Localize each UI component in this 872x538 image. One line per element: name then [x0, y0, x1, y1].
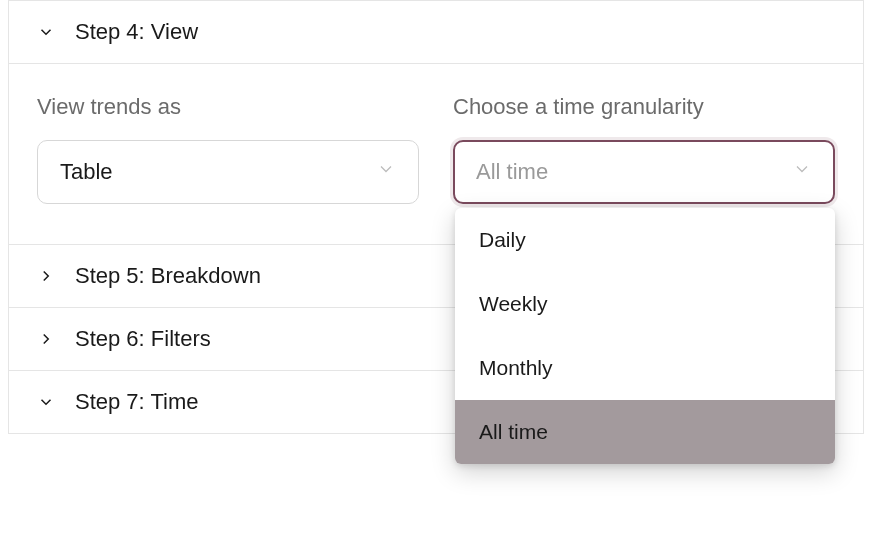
- view-trends-field: View trends as Table: [37, 94, 419, 204]
- granularity-placeholder: All time: [476, 159, 548, 185]
- chevron-right-icon: [37, 267, 55, 285]
- view-trends-value: Table: [60, 159, 113, 185]
- granularity-field: Choose a time granularity All time Daily…: [453, 94, 835, 204]
- granularity-option-monthly[interactable]: Monthly: [455, 336, 835, 400]
- granularity-select[interactable]: All time Daily Weekly Monthly All time: [453, 140, 835, 204]
- granularity-option-all-time[interactable]: All time: [455, 400, 835, 464]
- chevron-down-icon: [792, 159, 812, 185]
- step4-title: Step 4: View: [75, 19, 198, 45]
- granularity-option-weekly[interactable]: Weekly: [455, 272, 835, 336]
- chevron-right-icon: [37, 330, 55, 348]
- step4-body: View trends as Table Choose a time granu…: [8, 64, 864, 244]
- chevron-down-icon: [37, 393, 55, 411]
- view-trends-label: View trends as: [37, 94, 419, 120]
- chevron-down-icon: [37, 23, 55, 41]
- view-trends-select[interactable]: Table: [37, 140, 419, 204]
- granularity-label: Choose a time granularity: [453, 94, 835, 120]
- step6-title: Step 6: Filters: [75, 326, 211, 352]
- chevron-down-icon: [376, 159, 396, 185]
- step5-title: Step 5: Breakdown: [75, 263, 261, 289]
- step4-view-header[interactable]: Step 4: View: [8, 0, 864, 64]
- granularity-option-daily[interactable]: Daily: [455, 208, 835, 272]
- granularity-dropdown: Daily Weekly Monthly All time: [455, 208, 835, 464]
- step7-title: Step 7: Time: [75, 389, 199, 415]
